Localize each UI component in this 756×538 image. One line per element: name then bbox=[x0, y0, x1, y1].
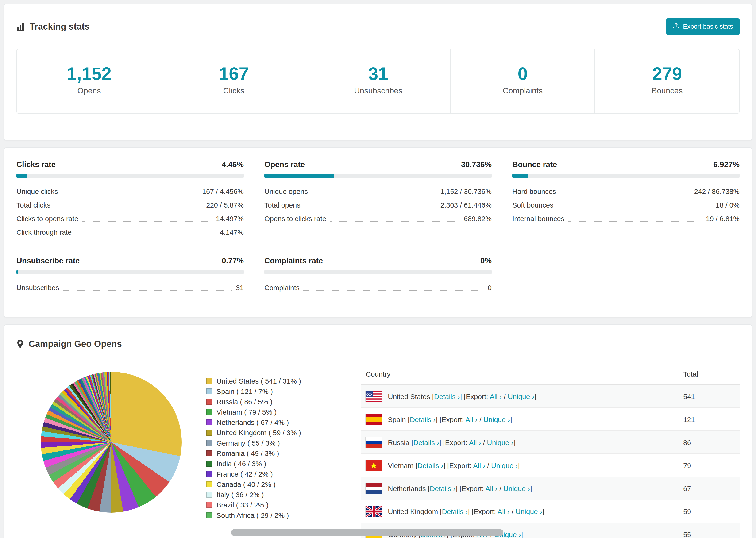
rate-title: Complaints rate bbox=[264, 256, 323, 265]
geo-pie-chart bbox=[41, 372, 182, 512]
legend-label: Russia ( 86 / 5% ) bbox=[216, 398, 272, 405]
geo-table-row-spain: Spain [Details ›] [Export: All › / Uniqu… bbox=[361, 408, 739, 431]
rate-progress-track bbox=[17, 270, 244, 274]
legend-label: Canada ( 40 / 2% ) bbox=[216, 480, 276, 488]
export-all-link[interactable]: All › bbox=[469, 438, 481, 446]
horizontal-scrollbar-thumb[interactable] bbox=[231, 529, 503, 536]
export-all-link[interactable]: All › bbox=[498, 507, 510, 515]
tracking-stats-title: Tracking stats bbox=[17, 21, 90, 32]
rate-stat-row: Hard bounces 242 / 86.738% bbox=[512, 185, 739, 198]
stat-label: Unsubscribes bbox=[306, 86, 450, 96]
export-all-link[interactable]: All › bbox=[473, 461, 485, 469]
export-unique-link[interactable]: Unique › bbox=[487, 438, 513, 446]
export-all-link[interactable]: All › bbox=[485, 484, 498, 492]
rate-rows: Unique clicks 167 / 4.456% Total clicks … bbox=[17, 185, 244, 239]
details-link[interactable]: Details › bbox=[410, 415, 436, 423]
rate-progress-track bbox=[512, 174, 739, 178]
legend-label: India ( 46 / 3% ) bbox=[216, 459, 266, 467]
rate-stat-value: 0 bbox=[488, 283, 492, 292]
rate-progress-fill bbox=[17, 270, 18, 274]
export-basic-stats-button[interactable]: Export basic stats bbox=[667, 18, 739, 35]
geo-table-row-russia: Russia [Details ›] [Export: All › / Uniq… bbox=[361, 431, 739, 454]
rates-grid: Clicks rate 4.46% Unique clicks 167 / 4.… bbox=[17, 160, 739, 295]
legend-swatch bbox=[206, 429, 212, 435]
legend-label: South Africa ( 29 / 2% ) bbox=[216, 511, 289, 519]
geo-body: United States ( 541 / 31% )Spain ( 121 /… bbox=[4, 356, 752, 538]
details-link[interactable]: Details › bbox=[430, 484, 456, 492]
country-total: 55 bbox=[678, 523, 739, 538]
legend-item-brazil: Brazil ( 33 / 2% ) bbox=[206, 500, 361, 510]
rate-stat-value: 2,303 / 61.446% bbox=[440, 200, 492, 210]
legend-swatch bbox=[206, 419, 212, 425]
legend-item-germany: Germany ( 55 / 3% ) bbox=[206, 438, 361, 448]
rate-block-unsubscribe-rate: Unsubscribe rate 0.77% Unsubscribes 31 bbox=[17, 256, 244, 295]
export-all-link[interactable]: All › bbox=[465, 415, 477, 423]
stat-clicks: 167 Clicks bbox=[161, 49, 306, 113]
export-all-link[interactable]: All › bbox=[490, 392, 502, 400]
legend-item-united-kingdom: United Kingdom ( 59 / 3% ) bbox=[206, 427, 361, 438]
dotted-leader bbox=[303, 290, 484, 290]
legend-label: Brazil ( 33 / 2% ) bbox=[216, 501, 269, 509]
legend-item-india: India ( 46 / 3% ) bbox=[206, 458, 361, 468]
details-link[interactable]: Details › bbox=[417, 461, 443, 469]
chevron-right-icon: › bbox=[515, 461, 518, 469]
export-unique-link[interactable]: Unique › bbox=[515, 507, 542, 515]
details-link[interactable]: Details › bbox=[434, 392, 460, 400]
bracket: [ bbox=[408, 415, 410, 423]
country-total: 59 bbox=[678, 500, 739, 523]
country-cell: Spain [Details ›] [Export: All › / Uniqu… bbox=[366, 414, 674, 425]
rate-header: Opens rate 30.736% bbox=[264, 160, 492, 169]
chevron-right-icon: › bbox=[433, 415, 436, 423]
rate-stat-value: 31 bbox=[236, 283, 244, 292]
rate-stat-value: 689.82% bbox=[464, 214, 492, 223]
legend-item-south-africa: South Africa ( 29 / 2% ) bbox=[206, 510, 361, 520]
chevron-right-icon: › bbox=[465, 507, 468, 515]
country-cell: United Kingdom [Details ›] [Export: All … bbox=[366, 506, 674, 517]
geo-table-row-united-kingdom: United Kingdom [Details ›] [Export: All … bbox=[361, 500, 739, 523]
export-unique-link[interactable]: Unique › bbox=[503, 484, 530, 492]
stat-bounces: 279 Bounces bbox=[595, 49, 739, 113]
chevron-right-icon: › bbox=[511, 438, 513, 446]
rate-stat-label: Soft bounces bbox=[512, 200, 553, 210]
legend-label: United Kingdom ( 59 / 3% ) bbox=[216, 428, 301, 436]
rate-stat-row: Clicks to opens rate 14.497% bbox=[17, 212, 244, 225]
chevron-right-icon: › bbox=[495, 484, 498, 492]
legend-swatch bbox=[206, 502, 212, 508]
rate-block-bounce-rate: Bounce rate 6.927% Hard bounces 242 / 86… bbox=[512, 160, 739, 239]
export-unique-link[interactable]: Unique › bbox=[483, 415, 510, 423]
rate-stat-row: Unique opens 1,152 / 30.736% bbox=[264, 185, 492, 198]
details-link[interactable]: Details › bbox=[442, 507, 468, 515]
rate-stat-row: Click through rate 4.147% bbox=[17, 225, 244, 239]
legend-swatch bbox=[206, 388, 212, 394]
dotted-leader bbox=[560, 194, 690, 194]
legend-item-france: France ( 42 / 2% ) bbox=[206, 468, 361, 479]
chevron-right-icon: › bbox=[508, 415, 510, 423]
export-unique-link[interactable]: Unique › bbox=[491, 461, 518, 469]
rate-title: Clicks rate bbox=[17, 160, 56, 169]
rate-stat-value: 167 / 4.456% bbox=[202, 187, 244, 196]
total-column-header: Total bbox=[678, 363, 739, 385]
rate-stat-value: 19 / 6.81% bbox=[706, 214, 739, 223]
legend-swatch bbox=[206, 378, 212, 384]
stat-value: 0 bbox=[451, 64, 595, 83]
tracking-stats-title-text: Tracking stats bbox=[29, 21, 90, 32]
geo-table-row-united-states: United States [Details ›] [Export: All ›… bbox=[361, 385, 739, 408]
flag-nl-icon bbox=[366, 483, 382, 494]
geo-card: Campaign Geo Opens United States ( 541 /… bbox=[4, 324, 752, 538]
rate-progress-track bbox=[264, 174, 492, 178]
chevron-right-icon: › bbox=[540, 507, 542, 515]
flag-es-icon bbox=[366, 414, 382, 425]
flag-us-icon bbox=[366, 391, 382, 402]
rate-rows: Unsubscribes 31 bbox=[17, 281, 244, 295]
dotted-leader bbox=[54, 207, 202, 208]
chevron-right-icon: › bbox=[441, 461, 443, 469]
country-name: Spain bbox=[388, 415, 406, 423]
rate-stat-label: Opens to clicks rate bbox=[264, 214, 326, 223]
export-unique-link[interactable]: Unique › bbox=[508, 392, 534, 400]
legend-label: Spain ( 121 / 7% ) bbox=[216, 387, 273, 395]
chevron-right-icon: › bbox=[437, 438, 439, 446]
country-cell: Netherlands [Details ›] [Export: All › /… bbox=[366, 483, 674, 494]
export-label: Export: bbox=[461, 484, 484, 492]
rate-title: Opens rate bbox=[264, 160, 305, 169]
details-link[interactable]: Details › bbox=[413, 438, 439, 446]
